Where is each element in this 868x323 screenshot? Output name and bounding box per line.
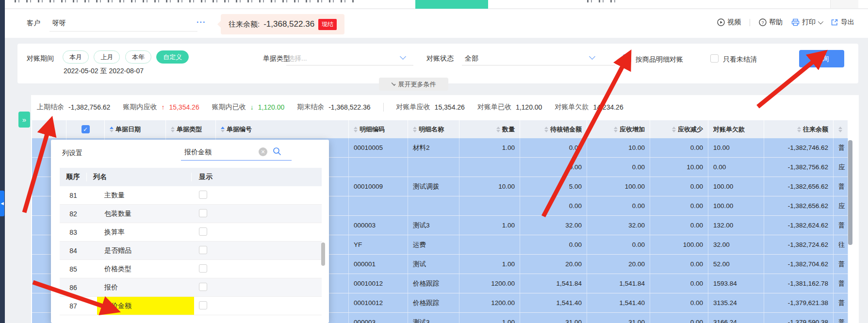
sort-carets-icon[interactable] xyxy=(544,127,548,132)
export-label: 导出 xyxy=(841,18,854,27)
expand-more-button[interactable]: 展开更多条件 xyxy=(379,78,448,91)
sort-carets-icon[interactable] xyxy=(110,127,114,132)
double-chevron-down-icon xyxy=(392,84,395,85)
table-cell-detail_code: YF xyxy=(349,235,408,254)
active-tab-clipped[interactable] xyxy=(415,0,488,9)
header-gear[interactable]: ⚙ xyxy=(32,120,66,138)
chevron-down-icon[interactable] xyxy=(400,53,406,60)
export-button[interactable]: 导出 xyxy=(831,18,854,27)
show-column-checkbox[interactable] xyxy=(199,227,207,236)
query-button[interactable]: 查询 xyxy=(799,50,844,67)
status-select[interactable]: 全部 xyxy=(465,54,478,63)
header-stmt_debt[interactable]: 对账单欠款 xyxy=(708,120,764,138)
customer-name-value[interactable]: 呀呀 xyxy=(52,19,66,28)
sort-carets-icon[interactable] xyxy=(496,127,500,132)
table-cell-detail_name xyxy=(408,158,459,177)
question-circle-icon: ? xyxy=(759,18,767,26)
table-cell-detail_name: 测试 xyxy=(408,255,459,274)
sort-carets-icon[interactable] xyxy=(672,127,676,132)
show-column-checkbox[interactable] xyxy=(199,301,207,309)
header-qty[interactable]: 数量 xyxy=(459,120,520,138)
show-column-checkbox[interactable] xyxy=(199,209,207,217)
customer-more-button[interactable]: ... xyxy=(197,16,206,25)
show-column-checkbox[interactable] xyxy=(199,246,207,254)
unsettled-only-label[interactable]: 只看未结清 xyxy=(723,55,757,64)
table-cell-recv_increase: 10.00 xyxy=(587,138,650,157)
table-cell-balance: -1,382,704.62 xyxy=(764,255,834,274)
table-cell-detail_name: 价格跟踪 xyxy=(408,274,459,293)
pill-this-year[interactable]: 本年 xyxy=(125,50,151,64)
video-button[interactable]: 视频 xyxy=(717,18,741,27)
popup-row[interactable]: 87报价金额 xyxy=(60,297,322,315)
header-doc_date[interactable]: 单据日期 xyxy=(105,120,166,138)
popup-row[interactable]: 81主数量 xyxy=(60,186,322,205)
header-balance[interactable]: 往来余额 xyxy=(764,120,834,138)
sort-carets-icon[interactable] xyxy=(838,127,842,132)
search-icon[interactable] xyxy=(272,146,282,158)
summary-item: 期末结余-1,368,522.36 xyxy=(297,103,370,112)
summary-value: 1,120.00 xyxy=(516,103,542,111)
popup-row[interactable]: 86报价 xyxy=(60,278,322,297)
header-detail_name[interactable]: 明细名称 xyxy=(408,120,459,138)
popup-scrollbar-thumb[interactable] xyxy=(321,242,325,266)
sort-carets-icon[interactable] xyxy=(797,127,801,132)
drawer-collapse-tab[interactable]: ◀ xyxy=(0,191,4,216)
header-recv_increase[interactable]: 应收增加 xyxy=(587,120,650,138)
pill-custom[interactable]: 自定义 xyxy=(156,50,189,64)
arrow-down-icon: ↓ xyxy=(250,103,254,111)
summary-label: 账期内应收 xyxy=(123,103,157,112)
expand-panel-button[interactable]: » xyxy=(18,112,30,128)
header-label: 明细名称 xyxy=(419,125,444,134)
popup-row[interactable]: 85价格类型 xyxy=(60,260,322,278)
header-pending_amount[interactable]: 待核销金额 xyxy=(520,120,587,138)
gear-icon[interactable]: ⚙ xyxy=(46,125,52,134)
doc-type-select[interactable]: 选择... xyxy=(288,54,307,63)
popup-row-order: 84 xyxy=(60,247,87,255)
period-pills: 本月 上月 本年 自定义 xyxy=(63,50,192,64)
header-label: 应收增加 xyxy=(620,125,645,134)
sort-carets-icon[interactable] xyxy=(221,127,225,132)
table-scrollbar[interactable] xyxy=(848,140,852,323)
detail-reconcile-checkbox[interactable]: ✓ xyxy=(623,54,631,63)
header-detail_code[interactable]: 明细编码 xyxy=(349,120,408,138)
popup-row[interactable]: 83换算率 xyxy=(60,223,322,242)
pill-last-month[interactable]: 上月 xyxy=(94,50,120,64)
header-doc_no[interactable]: 单据编号 xyxy=(216,120,349,138)
help-button[interactable]: ? 帮助 xyxy=(759,18,783,27)
pill-this-month[interactable]: 本月 xyxy=(63,50,89,64)
table-cell-pending_amount: 0.00 xyxy=(520,235,587,254)
select-all-checkbox[interactable]: ✓ xyxy=(82,125,90,133)
table-cell-detail_name xyxy=(408,196,459,215)
date-range[interactable]: 2022-05-02 至 2022-08-07 xyxy=(64,67,144,76)
chevron-down-icon[interactable] xyxy=(589,53,595,60)
popup-row[interactable]: 82包装数量 xyxy=(60,205,322,223)
header-doc_type[interactable]: 单据类型 xyxy=(166,120,216,138)
scrollbar-thumb[interactable] xyxy=(848,140,852,245)
table-cell-stmt_debt: 132.00 xyxy=(708,216,764,235)
show-column-checkbox[interactable] xyxy=(199,283,207,291)
print-button[interactable]: 打印 xyxy=(791,18,822,27)
clear-search-icon[interactable]: ✕ xyxy=(259,147,267,156)
show-column-checkbox[interactable] xyxy=(199,264,207,273)
header-select[interactable]: ✓ xyxy=(66,120,105,138)
sort-carets-icon[interactable] xyxy=(354,127,358,132)
header-tag[interactable] xyxy=(834,120,848,138)
sort-carets-icon[interactable] xyxy=(614,127,618,132)
popup-search-input[interactable]: 报价金额 xyxy=(184,148,212,157)
printer-icon xyxy=(791,18,800,26)
sort-carets-icon[interactable] xyxy=(413,127,417,132)
table-cell-qty xyxy=(459,158,520,177)
table-cell-detail_name: 价格跟踪 xyxy=(408,293,459,312)
sort-carets-icon[interactable] xyxy=(171,127,175,132)
popup-row[interactable]: 84是否赠品 xyxy=(60,242,322,260)
popup-row-name: 包装数量 xyxy=(87,210,192,218)
header-recv_decrease[interactable]: 应收减少 xyxy=(650,120,708,138)
detail-reconcile-label[interactable]: 按商品明细对账 xyxy=(636,55,683,64)
clipped-tab-labels xyxy=(587,0,616,2)
unsettled-only-checkbox[interactable] xyxy=(710,54,719,63)
chevron-down-icon[interactable] xyxy=(818,19,823,24)
show-column-checkbox[interactable] xyxy=(199,191,207,199)
table-cell-recv_decrease: 0.00 xyxy=(650,274,708,293)
popup-rows: 81主数量82包装数量83换算率84是否赠品85价格类型86报价87报价金额 xyxy=(60,186,322,315)
table-cell-qty: 1.00 xyxy=(459,313,520,323)
